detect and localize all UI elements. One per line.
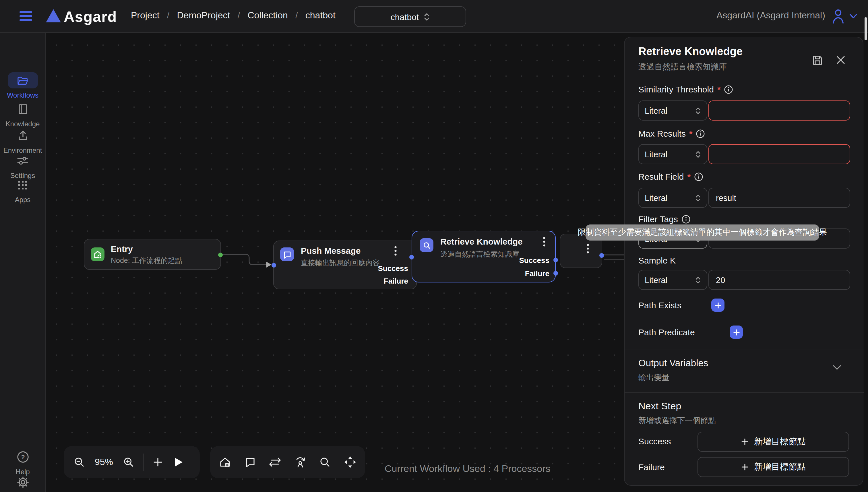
breadcrumb-item-project[interactable]: Project (131, 10, 159, 21)
select-chevrons-icon (695, 194, 701, 202)
max-results-input[interactable] (709, 144, 850, 164)
workflows-tile (8, 72, 38, 89)
value-type-select[interactable]: Literal (638, 270, 707, 290)
search-tool-button[interactable] (315, 452, 335, 472)
swap-tool-button[interactable] (266, 452, 285, 472)
sidebar-item-settings[interactable]: Settings (0, 153, 45, 180)
field-label-text: Path Predicate (638, 327, 695, 337)
help-circle-icon: ? (16, 451, 29, 463)
workflow-select[interactable]: chatbot (354, 6, 466, 27)
upload-icon (17, 130, 28, 141)
similarity-threshold-input[interactable] (709, 100, 850, 121)
select-chevrons-icon (695, 106, 701, 115)
settings-tile (8, 153, 38, 169)
zoom-out-icon (73, 457, 85, 468)
sidebar-item-apps[interactable]: Apps (0, 177, 45, 204)
info-icon[interactable] (681, 215, 691, 224)
folder-icon (17, 75, 29, 86)
node-menu-kebab-icon[interactable] (583, 243, 592, 254)
output-label-failure: Failure (384, 277, 408, 285)
sidebar-item-help[interactable]: ? Help (0, 449, 45, 476)
zoom-in-button[interactable] (119, 452, 138, 472)
push-message-tool-button[interactable] (241, 452, 260, 472)
field-label-text: Similarity Threshold (638, 84, 714, 94)
add-entry-node-button[interactable] (216, 452, 235, 472)
knowledge-tile (8, 101, 38, 117)
sliders-icon (17, 155, 29, 166)
sidebar-item-workspace[interactable]: Workspace (0, 474, 45, 492)
scrollbar-thumb[interactable] (865, 17, 867, 40)
sidebar-item-label: Workflows (7, 91, 39, 99)
node-menu-kebab-icon[interactable] (391, 246, 400, 256)
breadcrumb-item-collection[interactable]: Collection (247, 10, 288, 21)
sidebar-item-label: Knowledge (6, 120, 40, 128)
value-type-select[interactable]: Literal (638, 144, 707, 164)
add-target-node-failure-button[interactable]: 新增目標節點 (697, 457, 849, 477)
select-value: Literal (645, 275, 667, 285)
sample-k-input[interactable] (709, 270, 850, 290)
toolbar-divider (143, 453, 144, 471)
save-button[interactable] (812, 54, 823, 66)
value-type-select[interactable]: Literal (638, 100, 707, 121)
add-path-exists-button[interactable] (711, 298, 724, 312)
breadcrumb: Project / DemoProject / Collection / cha… (131, 10, 336, 21)
hamburger-icon[interactable] (20, 10, 32, 22)
add-path-predicate-button[interactable] (730, 325, 743, 339)
sidebar-item-environment[interactable]: Environment (0, 127, 45, 154)
broadcast-user-icon (294, 456, 306, 468)
output-variables-title: Output Variables (638, 358, 708, 369)
output-variables-subtitle: 輸出變量 (638, 373, 669, 383)
path-predicate-label: Path Predicate (638, 327, 695, 337)
output-variables-expand-button[interactable] (833, 365, 842, 370)
required-asterisk: * (689, 129, 693, 138)
field-label-text: Path Exists (638, 300, 681, 310)
node-toolbar (210, 446, 365, 478)
zoom-out-button[interactable] (70, 452, 89, 472)
field-label-sample-k: Sample K (638, 255, 676, 265)
node-retrieve-knowledge[interactable]: Retrieve Knowledge 透過自然語言檢索知識庫 Success F… (412, 231, 556, 282)
sidebar-item-workflows[interactable]: Workflows (0, 72, 45, 99)
sidebar: Workflows Knowledge Environment Settings… (0, 32, 46, 492)
field-label-max-results: Max Results * (638, 129, 705, 138)
input-port[interactable] (409, 255, 414, 260)
value-type-select[interactable]: Literal (638, 188, 707, 208)
info-icon[interactable] (696, 129, 705, 138)
node-subtitle: Node: 工作流程的起點 (111, 256, 182, 266)
select-value: Literal (645, 106, 667, 115)
field-label-text: Sample K (638, 255, 676, 265)
logo-triangle-icon (46, 9, 61, 22)
node-push-message[interactable]: Push Message 直接輸出訊息的回應內容 Success Failure (273, 241, 417, 289)
run-button[interactable] (169, 452, 188, 472)
info-icon[interactable] (694, 172, 703, 181)
next-step-success-label: Success (638, 436, 671, 446)
push-message-icon (245, 457, 256, 468)
move-tool-button[interactable] (340, 452, 359, 472)
account-chevron-down-icon[interactable] (849, 13, 858, 19)
sidebar-item-knowledge[interactable]: Knowledge (0, 101, 45, 128)
user-icon[interactable] (831, 8, 845, 24)
add-target-node-success-button[interactable]: 新增目標節點 (697, 432, 849, 452)
workspace-tile (8, 474, 38, 490)
result-field-input[interactable] (709, 188, 850, 208)
close-button[interactable] (836, 55, 846, 65)
brand-title: Asgard (64, 8, 117, 26)
breadcrumb-item-chatbot[interactable]: chatbot (305, 10, 336, 21)
field-label-text: Result Field (638, 172, 684, 181)
info-icon[interactable] (724, 85, 734, 94)
input-port[interactable] (272, 263, 276, 268)
breadcrumb-item-demoproject[interactable]: DemoProject (177, 10, 230, 21)
output-port-success[interactable] (553, 258, 558, 262)
node-entry[interactable]: Entry Node: 工作流程的起點 (84, 239, 221, 270)
output-port[interactable] (599, 253, 604, 258)
node-menu-kebab-icon[interactable] (540, 237, 549, 247)
field-label-text: Filter Tags (638, 214, 678, 224)
output-port[interactable] (218, 253, 223, 257)
broadcast-tool-button[interactable] (290, 452, 310, 472)
output-port-failure[interactable] (553, 271, 558, 275)
add-button[interactable] (148, 452, 168, 472)
plus-icon (153, 457, 163, 467)
node-title: Entry (111, 244, 133, 254)
plus-icon (714, 302, 721, 309)
search-icon (420, 238, 433, 252)
field-label-result-field: Result Field * (638, 172, 703, 181)
